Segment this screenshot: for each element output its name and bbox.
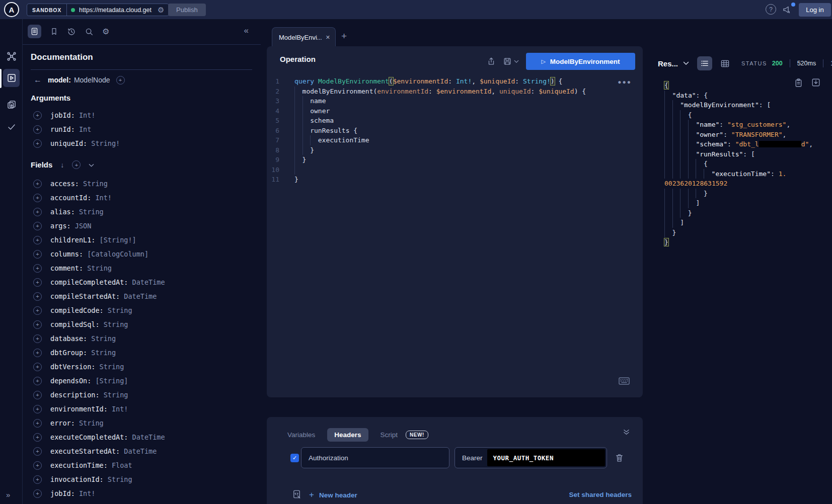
- add-field-icon[interactable]: +: [33, 419, 42, 428]
- add-all-fields-icon[interactable]: +: [72, 160, 81, 169]
- apollo-logo[interactable]: A: [4, 2, 19, 17]
- response-format-json-icon[interactable]: [697, 56, 712, 70]
- schema-field-row[interactable]: +dbtGroup: String: [23, 346, 261, 360]
- schema-field-row[interactable]: +compiledSql: String: [23, 317, 261, 331]
- schema-field-row[interactable]: +accountId: Int!: [23, 191, 261, 205]
- field-signature[interactable]: dbtVersion: String: [50, 363, 124, 371]
- add-field-icon[interactable]: +: [33, 111, 42, 120]
- schema-field-row[interactable]: +dependsOn: [String]: [23, 374, 261, 388]
- add-field-icon[interactable]: +: [33, 447, 42, 456]
- add-field-icon[interactable]: +: [33, 433, 42, 442]
- collapse-docs-icon[interactable]: «: [244, 26, 249, 36]
- field-signature[interactable]: dependsOn: [String]: [50, 377, 128, 385]
- field-signature[interactable]: comment: String: [50, 264, 112, 272]
- auth-token-value[interactable]: YOUR_AUTH_TOKEN: [487, 449, 605, 466]
- add-field-icon[interactable]: +: [33, 236, 42, 244]
- field-signature[interactable]: dbtGroup: String: [50, 349, 116, 357]
- response-body[interactable]: {"data": {"modelByEnvironment": [{"name"…: [664, 80, 813, 247]
- add-field-icon[interactable]: +: [33, 222, 42, 230]
- field-signature[interactable]: invocationId: String: [50, 475, 132, 483]
- endpoint-settings-gear-icon[interactable]: ⚙: [158, 6, 164, 15]
- fields-options-chevron-icon[interactable]: [89, 163, 94, 167]
- add-field-icon[interactable]: +: [33, 180, 42, 188]
- search-icon[interactable]: [85, 27, 94, 36]
- field-signature[interactable]: environmentId: Int!: [50, 405, 128, 413]
- nav-checks-icon[interactable]: [3, 118, 20, 136]
- field-signature[interactable]: compiledSql: String: [50, 320, 128, 328]
- nav-schema-icon[interactable]: [3, 47, 20, 65]
- schema-field-row[interactable]: +comment: String: [23, 261, 261, 275]
- settings-gear-icon[interactable]: ⚙: [102, 27, 109, 36]
- history-icon[interactable]: [67, 27, 76, 36]
- schema-field-row[interactable]: +dbtVersion: String: [23, 360, 261, 374]
- schema-field-row[interactable]: +access: String: [23, 177, 261, 191]
- field-signature[interactable]: compiledCode: String: [50, 306, 132, 314]
- field-signature[interactable]: database: String: [50, 334, 116, 343]
- field-signature[interactable]: childrenL1: [String!]: [50, 236, 136, 244]
- schema-field-row[interactable]: +jobId: Int!: [23, 486, 261, 500]
- collapse-request-panel-icon[interactable]: [623, 429, 630, 435]
- delete-header-icon[interactable]: [615, 453, 624, 462]
- nav-operations-icon[interactable]: [3, 96, 20, 114]
- schema-field-row[interactable]: +alias: String: [23, 205, 261, 219]
- breadcrumb-type[interactable]: ModelNode: [74, 76, 110, 84]
- tab-variables[interactable]: Variables: [287, 431, 315, 439]
- add-field-icon[interactable]: +: [33, 194, 42, 202]
- field-signature[interactable]: executeCompletedAt: DateTime: [50, 433, 165, 441]
- add-field-icon[interactable]: +: [33, 306, 42, 315]
- schema-field-row[interactable]: +database: String: [23, 331, 261, 346]
- field-signature[interactable]: executeStartedAt: DateTime: [50, 447, 157, 455]
- run-operation-button[interactable]: ▷ ModelByEnvironment: [526, 53, 635, 70]
- add-field-icon[interactable]: +: [33, 377, 42, 385]
- add-field-icon[interactable]: +: [33, 125, 42, 134]
- add-field-icon[interactable]: +: [33, 208, 42, 216]
- new-header-button[interactable]: + New header: [309, 490, 357, 500]
- field-signature[interactable]: access: String: [50, 180, 108, 188]
- schema-field-row[interactable]: +description: String: [23, 388, 261, 402]
- field-signature[interactable]: error: String: [50, 419, 104, 427]
- add-field-icon[interactable]: +: [33, 363, 42, 371]
- endpoint-url-field[interactable]: https://metadata.cloud.get ⚙: [67, 4, 168, 16]
- add-field-icon[interactable]: +: [33, 250, 42, 259]
- schema-field-row[interactable]: +error: String: [23, 416, 261, 430]
- tab-script[interactable]: Script: [381, 431, 398, 439]
- publish-button[interactable]: Publish: [168, 4, 206, 16]
- header-value-input[interactable]: Bearer YOUR_AUTH_TOKEN: [455, 447, 607, 468]
- add-field-icon[interactable]: +: [33, 391, 42, 399]
- add-field-icon[interactable]: +: [33, 292, 42, 301]
- field-signature[interactable]: compileStartedAt: DateTime: [50, 292, 157, 300]
- schema-field-row[interactable]: +executeStartedAt: DateTime: [23, 444, 261, 458]
- new-tab-icon[interactable]: +: [341, 31, 347, 42]
- add-field-icon[interactable]: +: [33, 139, 42, 148]
- field-signature[interactable]: compileCompletedAt: DateTime: [50, 278, 165, 286]
- login-button[interactable]: Log in: [799, 3, 831, 17]
- field-signature[interactable]: columns: [CatalogColumn]: [50, 250, 148, 258]
- query-editor[interactable]: 1query ModelByEnvironment($environmentId…: [267, 76, 643, 185]
- field-signature[interactable]: jobId: Int!: [50, 111, 95, 119]
- schema-field-row[interactable]: +compiledCode: String: [23, 303, 261, 317]
- sort-fields-icon[interactable]: ↓: [60, 161, 64, 169]
- keyboard-shortcuts-icon[interactable]: [619, 377, 630, 385]
- schema-field-row[interactable]: +uniqueId: String!: [23, 136, 261, 150]
- schema-field-row[interactable]: +runId: Int: [23, 122, 261, 136]
- schema-field-row[interactable]: +compileCompletedAt: DateTime: [23, 275, 261, 289]
- editor-more-menu-icon[interactable]: ●●●: [618, 78, 632, 86]
- add-field-icon[interactable]: +: [33, 320, 42, 329]
- announcements-icon[interactable]: [782, 5, 792, 15]
- add-field-icon[interactable]: +: [33, 405, 42, 413]
- schema-field-row[interactable]: +invocationId: String: [23, 472, 261, 486]
- field-signature[interactable]: args: JSON: [50, 222, 91, 230]
- save-operation-control[interactable]: [503, 57, 519, 66]
- operation-tab[interactable]: ModelByEnvi... ✕: [272, 27, 336, 47]
- schema-field-row[interactable]: +columns: [CatalogColumn]: [23, 247, 261, 261]
- close-tab-icon[interactable]: ✕: [326, 34, 330, 41]
- schema-field-row[interactable]: +executeCompletedAt: DateTime: [23, 430, 261, 444]
- add-field-icon[interactable]: +: [33, 278, 42, 287]
- bookmarks-icon[interactable]: [50, 27, 58, 36]
- field-signature[interactable]: jobId: Int!: [50, 489, 95, 497]
- expand-rail-icon[interactable]: »: [6, 490, 9, 499]
- response-dropdown-chevron-icon[interactable]: [683, 61, 689, 65]
- add-field-icon[interactable]: +: [33, 489, 42, 498]
- response-format-table-icon[interactable]: [717, 56, 732, 70]
- docs-tab-icon[interactable]: [28, 25, 41, 38]
